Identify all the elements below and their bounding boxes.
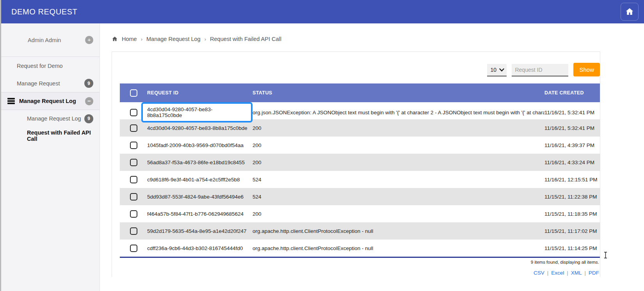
row-checkbox[interactable] <box>130 124 137 132</box>
text-cursor <box>603 252 608 259</box>
request-id-value: f464a57b-5f84-47f1-b776-062949685624 <box>147 211 244 217</box>
list-icon <box>7 98 15 104</box>
breadcrumb-manage-request-log[interactable]: Manage Request Log <box>146 36 201 42</box>
row-checkbox[interactable] <box>130 142 137 149</box>
breadcrumb-current-page: Request with Failed API Call <box>210 36 281 42</box>
export-link-separator: | <box>547 270 549 276</box>
request-log-card: 10 Show REQUEST ID STATUS DATE CREATED 4… <box>112 51 600 277</box>
status-value: 524 <box>253 177 544 183</box>
breadcrumb: Home › Manage Request Log › Request with… <box>100 23 644 42</box>
row-checkbox[interactable] <box>130 159 137 166</box>
date-created-value: 11/15/21, 11:14:25 PM <box>544 245 601 251</box>
sidebar-item-label: Request with Failed API Call <box>27 130 93 142</box>
sidebar-subitem-manage-request-log[interactable]: Manage Request Log 9 <box>1 110 100 127</box>
date-created-value: 11/16/21, 4:39:37 PM <box>544 142 601 148</box>
breadcrumb-home[interactable]: Home <box>122 36 137 42</box>
status-value: 200 <box>253 125 544 131</box>
status-value: org.json.JSONException: A JSONObject tex… <box>253 110 544 115</box>
breadcrumb-separator: › <box>141 36 142 42</box>
app-title: DEMO REQUEST <box>11 7 77 16</box>
sidebar-item-label: Manage Request Log <box>27 115 81 122</box>
export-link-xml[interactable]: XML <box>571 270 582 276</box>
date-created-value: 11/16/21, 5:32:41 PM <box>544 125 601 131</box>
breadcrumb-separator: › <box>205 36 206 42</box>
export-link-separator: | <box>584 270 586 276</box>
row-checkbox[interactable] <box>130 210 137 218</box>
table-row: 4cd30d04-9280-4057-be83-8b8a175c0bde org… <box>120 102 600 119</box>
chevron-down-icon <box>499 68 504 72</box>
date-created-value: 11/16/21, 5:32:41 PM <box>544 110 601 115</box>
expand-plus-icon[interactable]: + <box>85 36 93 44</box>
admin-user-label: Admin Admin <box>28 37 61 43</box>
sidebar-item-admin-user[interactable]: Admin Admin + <box>1 23 100 57</box>
request-id-value: 59d2d179-5635-454a-8e95-a1e42d20f247 <box>147 228 246 234</box>
home-icon <box>625 7 634 16</box>
status-value: 200 <box>253 211 544 217</box>
table-controls: 10 Show <box>120 63 600 76</box>
status-value: org.apache.http.client.ClientProtocolExc… <box>253 245 544 251</box>
table-row: 5dd93d87-553f-4824-9abe-43fdf56494e6 524… <box>120 188 600 205</box>
table-header: REQUEST ID STATUS DATE CREATED <box>120 83 600 102</box>
export-link-separator: | <box>567 270 568 276</box>
count-badge: 9 <box>84 114 93 123</box>
sidebar-subitem-request-with-failed-api-call[interactable]: Request with Failed API Call <box>1 127 100 144</box>
request-id-value: c9d618f6-9e3f-4b01-a754-e2c5fff2e5b8 <box>147 177 240 183</box>
request-id-value-highlighted[interactable]: 4cd30d04-9280-4057-be83-8b8a175c0bde <box>141 102 253 122</box>
page-size-value: 10 <box>490 67 496 73</box>
export-links: CSV|Excel|XML|PDF <box>120 264 600 276</box>
page-size-select[interactable]: 10 <box>487 64 507 76</box>
row-checkbox[interactable] <box>130 193 137 201</box>
collapse-minus-icon[interactable]: − <box>85 97 93 105</box>
main-content: Home › Manage Request Log › Request with… <box>100 23 644 291</box>
row-checkbox[interactable] <box>130 109 137 116</box>
status-value: 524 <box>253 194 544 200</box>
request-id-value: 1045fadf-2009-40b3-9569-d070bd0f54aa <box>147 142 244 148</box>
request-id-value: 5dd93d87-553f-4824-9abe-43fdf56494e6 <box>147 194 244 200</box>
show-button[interactable]: Show <box>573 63 600 76</box>
sidebar-item-request-for-demo[interactable]: Request for Demo <box>1 57 100 75</box>
sidebar-item-label: Manage Request <box>17 80 60 87</box>
count-badge: 9 <box>84 79 93 88</box>
sidebar-item-manage-request[interactable]: Manage Request 9 <box>1 75 100 92</box>
table-row: 59d2d179-5635-454a-8e95-a1e42d20f247 org… <box>120 222 600 240</box>
status-value: 200 <box>253 160 544 165</box>
export-link-excel[interactable]: Excel <box>551 270 564 276</box>
table-row: 1045fadf-2009-40b3-9569-d070bd0f54aa 200… <box>120 137 600 154</box>
export-link-pdf[interactable]: PDF <box>589 270 599 276</box>
select-all-checkbox[interactable] <box>130 89 137 97</box>
table-row: f464a57b-5f84-47f1-b776-062949685624 200… <box>120 205 600 222</box>
status-value: 200 <box>253 142 544 148</box>
items-summary: 9 items found, displaying all items. <box>120 258 600 264</box>
column-header-status: STATUS <box>253 90 544 96</box>
table-row: 56ad8a37-f53a-4673-86fe-e18bd19c8455 200… <box>120 154 600 171</box>
date-created-value: 11/16/21, 4:33:24 PM <box>544 160 601 165</box>
request-id-value: 56ad8a37-f53a-4673-86fe-e18bd19c8455 <box>147 160 245 165</box>
column-header-request-id: REQUEST ID <box>147 90 253 96</box>
home-icon <box>112 36 118 42</box>
sidebar-item-label: Manage Request Log <box>19 98 76 104</box>
row-checkbox[interactable] <box>130 227 137 235</box>
status-value: org.apache.http.client.ClientProtocolExc… <box>253 228 544 234</box>
sidebar: Admin Admin + Request for Demo Manage Re… <box>1 23 100 291</box>
row-checkbox[interactable] <box>130 176 137 183</box>
request-id-value: cdff236a-9cb6-44d3-b302-816745444fd0 <box>147 245 243 251</box>
table-body: 4cd30d04-9280-4057-be83-8b8a175c0bde org… <box>120 102 600 257</box>
column-header-date-created: DATE CREATED <box>544 90 601 96</box>
date-created-value: 11/15/21, 11:22:38 PM <box>544 194 601 200</box>
table-row: cdff236a-9cb6-44d3-b302-816745444fd0 org… <box>120 240 600 257</box>
date-created-value: 11/15/21, 11:18:35 PM <box>544 211 601 217</box>
date-created-value: 11/15/21, 11:17:02 PM <box>544 228 601 234</box>
request-id-search-input[interactable] <box>512 64 568 76</box>
table-row: c9d618f6-9e3f-4b01-a754-e2c5fff2e5b8 524… <box>120 171 600 188</box>
sidebar-item-label: Request for Demo <box>17 63 63 69</box>
topbar: DEMO REQUEST <box>1 0 644 23</box>
row-checkbox[interactable] <box>130 245 137 252</box>
home-button[interactable] <box>621 3 639 21</box>
date-created-value: 11/16/21, 12:15:51 PM <box>544 177 601 183</box>
request-id-value: 4cd30d04-9280-4057-be83-8b8a175c0bde <box>147 125 247 131</box>
sidebar-item-manage-request-log[interactable]: Manage Request Log − <box>1 92 100 110</box>
window-edge-strip <box>0 0 1 291</box>
export-link-csv[interactable]: CSV <box>534 270 544 276</box>
